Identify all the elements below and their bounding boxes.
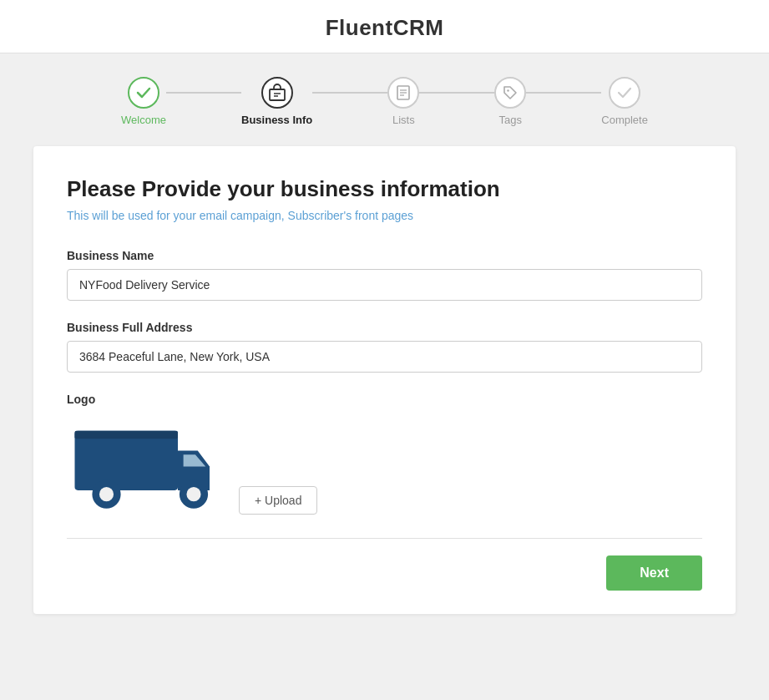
card-subtitle: This will be used for your email campaig… <box>67 209 702 222</box>
step-complete[interactable]: Complete <box>601 77 648 126</box>
step-lists[interactable]: Lists <box>387 77 419 126</box>
svg-rect-8 <box>75 431 179 490</box>
business-name-label: Business Name <box>67 249 702 262</box>
business-address-label: Business Full Address <box>67 321 702 334</box>
step-tags[interactable]: Tags <box>494 77 526 126</box>
svg-point-7 <box>508 89 509 91</box>
step-business-info[interactable]: Business Info <box>241 77 312 126</box>
svg-rect-0 <box>270 89 285 100</box>
business-address-input[interactable] <box>67 341 702 373</box>
app-header: FluentCRM <box>0 0 769 53</box>
connector-2 <box>312 92 387 94</box>
card-divider <box>67 538 702 539</box>
svg-rect-13 <box>75 431 179 439</box>
business-address-group: Business Full Address <box>67 321 702 373</box>
stepper-container: Welcome Business Info <box>0 53 769 146</box>
step-complete-icon <box>609 77 640 109</box>
logo-section: Logo <box>67 393 702 515</box>
card-title: Please Provide your business information <box>67 176 702 202</box>
step-complete-label: Complete <box>601 114 648 126</box>
stepper: Welcome Business Info <box>121 77 648 126</box>
svg-point-10 <box>99 487 114 501</box>
business-name-input[interactable] <box>67 269 702 301</box>
truck-icon <box>67 418 225 510</box>
card-footer: Next <box>67 555 702 591</box>
step-lists-icon <box>387 77 419 109</box>
step-welcome[interactable]: Welcome <box>121 77 166 126</box>
step-business-label: Business Info <box>241 114 312 126</box>
main-card: Please Provide your business information… <box>33 146 736 614</box>
business-name-group: Business Name <box>67 249 702 301</box>
logo-preview <box>67 414 225 515</box>
step-welcome-icon <box>128 77 159 109</box>
step-tags-icon <box>494 77 526 109</box>
connector-1 <box>166 92 241 94</box>
step-business-icon <box>261 77 293 109</box>
connector-3 <box>419 92 494 94</box>
logo-label: Logo <box>67 393 702 406</box>
step-lists-label: Lists <box>392 114 415 126</box>
svg-point-12 <box>186 487 200 501</box>
app-title: FluentCRM <box>326 15 444 40</box>
connector-4 <box>526 92 601 94</box>
step-welcome-label: Welcome <box>121 114 166 126</box>
next-button[interactable]: Next <box>606 555 702 591</box>
upload-button[interactable]: + Upload <box>239 486 317 515</box>
step-tags-label: Tags <box>499 114 522 126</box>
